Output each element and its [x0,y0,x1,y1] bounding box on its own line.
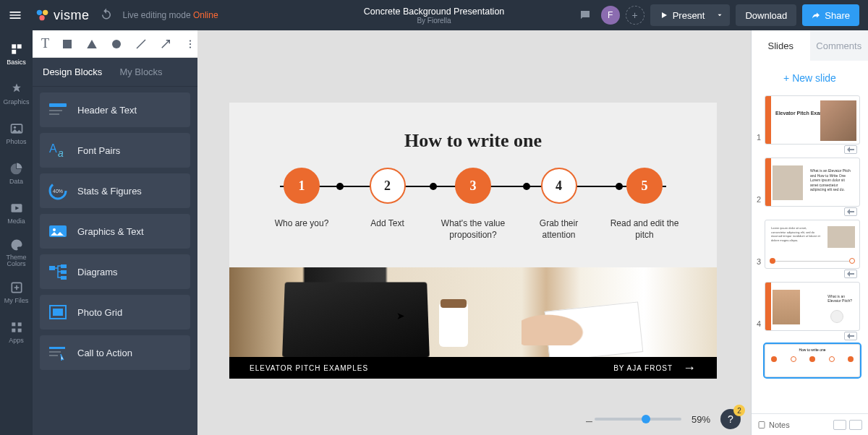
share-icon [812,11,820,20]
svg-rect-31 [61,276,67,280]
svg-rect-20 [49,110,62,111]
svg-text:40%: 40% [53,189,63,194]
step-1[interactable]: 1Who are you? [265,168,338,241]
tab-design-blocks[interactable]: Design Blocks [43,66,102,77]
svg-point-15 [112,40,121,48]
block-graphics-text[interactable]: Graphics & Text [40,214,190,249]
graphics-icon [9,82,24,96]
tab-slides[interactable]: Slides [752,30,810,61]
tab-comments[interactable]: Comments [810,30,869,61]
view-grid-button[interactable] [833,420,846,430]
arrow-right-icon: → [683,361,697,376]
footer-right: BY AJA FROST [613,364,673,372]
side-rail: Basics Graphics Photos Data Media ThemeC… [0,30,33,435]
slide-thumb-4[interactable]: 4 What is anElevator Pitch? [756,282,864,341]
download-button[interactable]: Download [736,4,796,26]
block-font-pairs[interactable]: Aa Font Pairs [40,133,190,168]
slide-title[interactable]: How to write one [229,103,717,152]
svg-rect-5 [12,49,16,53]
undo-icon [100,7,113,20]
share-button[interactable]: Share [802,4,859,26]
circle-tool[interactable] [110,38,123,51]
diagrams-icon [48,263,68,280]
slide-canvas[interactable]: How to write one 1Who are you? 2Add Text… [229,103,717,379]
text-tool[interactable]: T [41,36,49,51]
step-2[interactable]: 2Add Text [352,168,424,241]
font-pairs-icon: Aa [48,142,68,159]
rail-graphics[interactable]: Graphics [0,74,33,112]
block-header-text[interactable]: Header & Text [40,92,190,127]
zoom-knob[interactable] [642,415,650,423]
transition-button[interactable] [844,145,857,154]
svg-rect-28 [49,266,55,270]
slide-thumb-1[interactable]: 1 Elevator Pitch Examples [756,95,864,155]
photo-grid-icon [48,303,68,321]
editing-mode: Live editing mode Online [123,10,218,20]
avatar[interactable]: F [601,6,620,25]
laptop-graphic [282,282,430,357]
transition-button[interactable] [844,332,857,340]
steps-diagram[interactable]: 1Who are you? 2Add Text 3What's the valu… [229,152,717,241]
svg-rect-11 [17,322,21,326]
topbar: visme Live editing mode Online Concrete … [0,0,868,30]
apps-icon [9,320,24,335]
svg-rect-4 [17,44,21,48]
step-4[interactable]: 4Grab their attention [523,168,595,241]
rail-apps[interactable]: Apps [0,313,33,350]
hand-graphic [522,302,608,345]
tab-my-blocks[interactable]: My Blocks [119,66,162,77]
view-list-button[interactable] [849,420,862,430]
undo-button[interactable] [94,7,119,23]
comment-button[interactable] [575,5,595,25]
rail-data[interactable]: Data [0,154,33,191]
rail-photos[interactable]: Photos [0,114,33,152]
rail-theme-colors[interactable]: ThemeColors [0,233,33,271]
rail-media[interactable]: Media [0,194,33,231]
present-button[interactable]: Present [650,4,715,26]
document-title[interactable]: Concrete Background Presentation By Fior… [364,7,505,25]
svg-point-18 [190,46,191,48]
arrow-tool[interactable] [159,38,172,51]
slide-thumb-5[interactable]: How to write one [756,344,864,377]
svg-point-27 [53,228,56,231]
header-text-icon [48,102,68,118]
step-3[interactable]: 3What's the value proposition? [437,168,509,241]
photo-strip[interactable]: ELEVATOR PITCH EXAMPLES BY AJA FROST → [229,267,717,379]
svg-rect-21 [49,113,59,115]
slide-thumb-3[interactable]: 3 Lorem ipsum dolor sit amet, consectetu… [756,220,864,279]
present-dropdown[interactable] [710,4,730,26]
canvas-area[interactable]: How to write one 1Who are you? 2Add Text… [197,30,751,435]
transition-button[interactable] [844,207,857,216]
svg-point-0 [37,10,42,15]
menu-button[interactable] [0,0,30,30]
zoom-slider[interactable]: – [595,418,681,421]
cup-graphic [439,303,468,347]
svg-rect-36 [49,355,58,356]
photos-icon [9,121,24,136]
block-stats-figures[interactable]: 40% Stats & Figures [40,173,190,208]
svg-rect-13 [17,328,21,332]
hamburger-icon [8,8,22,22]
new-slide-button[interactable]: + New slide [752,65,868,91]
block-photo-grid[interactable]: Photo Grid [40,295,190,330]
cta-icon [48,344,68,361]
comment-icon [579,9,592,22]
slide-thumb-2[interactable]: 2 What is an Elevator Pitch and How to W… [756,158,864,217]
line-tool[interactable] [135,38,148,51]
triangle-tool[interactable] [85,38,98,51]
add-collaborator-button[interactable]: + [626,6,644,25]
help-button[interactable]: ? 2 [720,409,741,429]
svg-rect-30 [61,270,67,274]
more-tools[interactable] [184,38,197,51]
notes-button[interactable]: Notes [757,421,790,429]
rect-tool[interactable] [61,38,74,51]
svg-point-1 [43,10,48,15]
rail-basics[interactable]: Basics [0,35,33,72]
logo-icon [35,7,51,23]
block-diagrams[interactable]: Diagrams [40,254,190,289]
block-call-to-action[interactable]: Call to Action [40,335,190,370]
rail-my-files[interactable]: My Files [0,273,33,311]
transition-button[interactable] [844,270,857,278]
logo[interactable]: visme [30,7,94,23]
step-5[interactable]: 5Read and edit the pitch [608,168,681,241]
